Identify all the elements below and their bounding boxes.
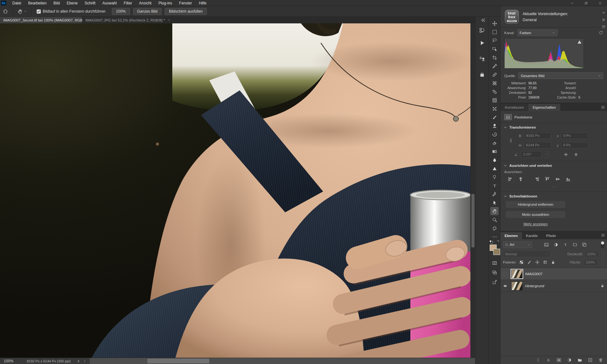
height-field[interactable]: 6144 Px bbox=[524, 142, 551, 149]
menu-item[interactable]: Ebene bbox=[63, 0, 81, 6]
menu-item[interactable]: Bearbeiten bbox=[25, 0, 50, 6]
filter-type-layers-button[interactable]: T bbox=[563, 242, 568, 247]
screen-mode-button[interactable] bbox=[490, 269, 499, 276]
more-align-options-icon[interactable] bbox=[500, 183, 607, 191]
filter-shape-layers-button[interactable] bbox=[572, 242, 578, 247]
blend-mode-select[interactable]: Normal bbox=[503, 251, 550, 257]
background-color-swatch[interactable] bbox=[493, 249, 500, 255]
document-canvas[interactable] bbox=[0, 23, 470, 358]
y-field[interactable]: 0 Px bbox=[561, 142, 588, 149]
cached-data-warning-icon[interactable] bbox=[577, 40, 582, 44]
lasso-tool[interactable] bbox=[490, 36, 499, 45]
tab-korrekturen[interactable]: Korrekturen bbox=[500, 104, 528, 111]
brush-tool[interactable] bbox=[490, 113, 499, 121]
horizontal-scrollbar[interactable] bbox=[90, 358, 475, 364]
angle-field[interactable]: 0,00° bbox=[521, 151, 542, 158]
menu-item[interactable]: Filter bbox=[120, 0, 136, 6]
panel-menu-icon[interactable] bbox=[601, 105, 605, 109]
gradient-tool[interactable] bbox=[490, 147, 499, 155]
patch-tool[interactable] bbox=[490, 88, 499, 96]
sharpen-tool[interactable] bbox=[490, 164, 499, 173]
status-chevron-right-icon[interactable] bbox=[77, 359, 80, 363]
layer-name[interactable]: IMAG0007 bbox=[525, 272, 543, 276]
flip-vertical-icon[interactable] bbox=[573, 152, 579, 157]
show-more-link[interactable]: Mehr anzeigen bbox=[506, 221, 566, 229]
tab-pfade[interactable]: Pfade bbox=[542, 232, 560, 239]
scroll-all-windows-option[interactable]: Bildlauf in allen Fenstern durchführen bbox=[34, 9, 109, 14]
path-selection-tool[interactable] bbox=[490, 198, 499, 207]
link-dimensions-icon[interactable] bbox=[509, 136, 513, 145]
align-right-button[interactable] bbox=[534, 176, 540, 182]
hand-tool[interactable] bbox=[490, 207, 499, 215]
minimize-button[interactable] bbox=[565, 0, 579, 6]
chevron-down-icon[interactable] bbox=[602, 11, 606, 15]
tab-ebenen[interactable]: Ebenen bbox=[500, 232, 522, 239]
tab-eigenschaften[interactable]: Eigenschaften bbox=[528, 104, 560, 111]
layer-filter-select[interactable]: Art bbox=[503, 241, 532, 248]
fill-screen-button[interactable]: Bildschirm ausfüllen bbox=[165, 8, 207, 15]
frame-tool[interactable] bbox=[490, 96, 499, 104]
delete-layer-button[interactable] bbox=[598, 358, 603, 362]
menu-item[interactable]: Bild bbox=[50, 0, 63, 6]
type-tool[interactable]: T bbox=[490, 181, 499, 190]
blur-tool[interactable] bbox=[490, 156, 499, 164]
align-center-horizontal-button[interactable] bbox=[518, 176, 524, 182]
eraser-tool[interactable] bbox=[490, 139, 499, 147]
lock-position-button[interactable] bbox=[535, 260, 540, 264]
flip-horizontal-icon[interactable] bbox=[563, 152, 568, 157]
menu-item[interactable]: Plug-ins bbox=[155, 0, 175, 6]
content-aware-move-tool[interactable] bbox=[490, 105, 499, 113]
hand-tool-options[interactable] bbox=[15, 9, 29, 14]
layer-style-button[interactable]: fx bbox=[546, 358, 551, 362]
lock-transparency-button[interactable] bbox=[519, 260, 524, 264]
pen-tool[interactable] bbox=[490, 190, 499, 198]
fill-field[interactable]: 100% bbox=[584, 259, 598, 265]
lock-paint-button[interactable] bbox=[527, 260, 532, 264]
filter-smart-objects-button[interactable] bbox=[582, 242, 587, 247]
align-section-header[interactable]: Ausrichten und verteilen bbox=[500, 161, 607, 170]
visibility-toggle[interactable] bbox=[502, 270, 509, 277]
vertical-scrollbar-thumb[interactable] bbox=[471, 194, 475, 247]
tab-kanaele[interactable]: Kanäle bbox=[522, 232, 542, 239]
menu-item[interactable]: Ansicht bbox=[136, 0, 155, 6]
filter-adjustment-layers-button[interactable] bbox=[553, 242, 559, 247]
zoom-tool[interactable] bbox=[490, 215, 499, 224]
layer-thumbnail[interactable] bbox=[511, 270, 523, 278]
horizontal-scrollbar-thumb[interactable] bbox=[147, 359, 209, 363]
close-button[interactable] bbox=[593, 0, 607, 6]
document-tab[interactable]: IMAG0007.JPG bei 52,2% (Rechteck 2, RGB/… bbox=[82, 17, 164, 23]
zoom-100-button[interactable]: 100% bbox=[112, 8, 130, 15]
marquee-tool[interactable] bbox=[490, 28, 499, 36]
panel-menu-icon[interactable] bbox=[601, 233, 605, 237]
menu-item[interactable]: Fenster bbox=[176, 0, 196, 6]
width-field[interactable]: 8192 Px bbox=[524, 132, 551, 139]
mixer-brush-tool[interactable] bbox=[490, 224, 499, 232]
object-selection-tool[interactable] bbox=[490, 45, 499, 53]
history-brush-tool[interactable] bbox=[490, 130, 499, 138]
checkbox-checked-icon[interactable] bbox=[37, 9, 41, 14]
libraries-panel-button[interactable] bbox=[477, 69, 487, 80]
fit-screen-button[interactable]: Ganzes Bild bbox=[133, 8, 162, 15]
lock-artboard-button[interactable] bbox=[543, 260, 548, 264]
spot-healing-brush-tool[interactable] bbox=[490, 70, 499, 79]
align-left-button[interactable] bbox=[507, 176, 513, 182]
filter-pixel-layers-button[interactable] bbox=[544, 242, 549, 247]
eyedropper-tool[interactable] bbox=[490, 62, 499, 70]
home-icon[interactable] bbox=[3, 9, 8, 14]
x-field[interactable]: 0 Px bbox=[561, 132, 588, 139]
healing-brush-tool[interactable] bbox=[490, 79, 499, 87]
transform-section-header[interactable]: Transformieren bbox=[500, 123, 607, 132]
document-tab[interactable]: IMAG0007_Secret.tif bei 100% (IMAG0007, … bbox=[0, 17, 82, 23]
clone-source-panel-button[interactable] bbox=[477, 53, 487, 64]
opacity-field[interactable]: 100% bbox=[585, 251, 599, 257]
crop-tool[interactable] bbox=[490, 53, 499, 62]
move-tool[interactable] bbox=[490, 19, 499, 27]
restore-button[interactable] bbox=[579, 0, 593, 6]
lock-all-button[interactable] bbox=[551, 260, 555, 264]
filter-toggle[interactable] bbox=[601, 241, 604, 248]
visibility-toggle[interactable] bbox=[502, 282, 509, 289]
quick-actions-header[interactable]: Schnellaktionen bbox=[500, 192, 607, 201]
layer-row-hintergrund[interactable]: Hintergrund bbox=[500, 280, 607, 292]
share-button[interactable] bbox=[490, 278, 499, 286]
align-bottom-button[interactable] bbox=[565, 176, 571, 182]
